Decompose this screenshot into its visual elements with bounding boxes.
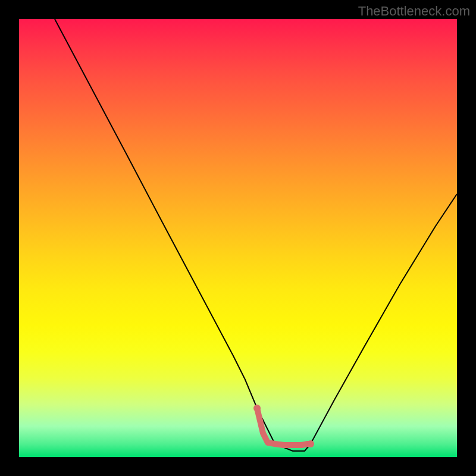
main-curve — [55, 19, 457, 451]
marker-endpoint-left — [253, 405, 261, 412]
flat-bottom-marker — [257, 408, 311, 445]
chart-svg — [19, 19, 457, 457]
watermark-text: TheBottleneck.com — [358, 4, 470, 19]
marker-endpoint-right — [307, 440, 314, 447]
chart-plot-area — [19, 19, 457, 457]
